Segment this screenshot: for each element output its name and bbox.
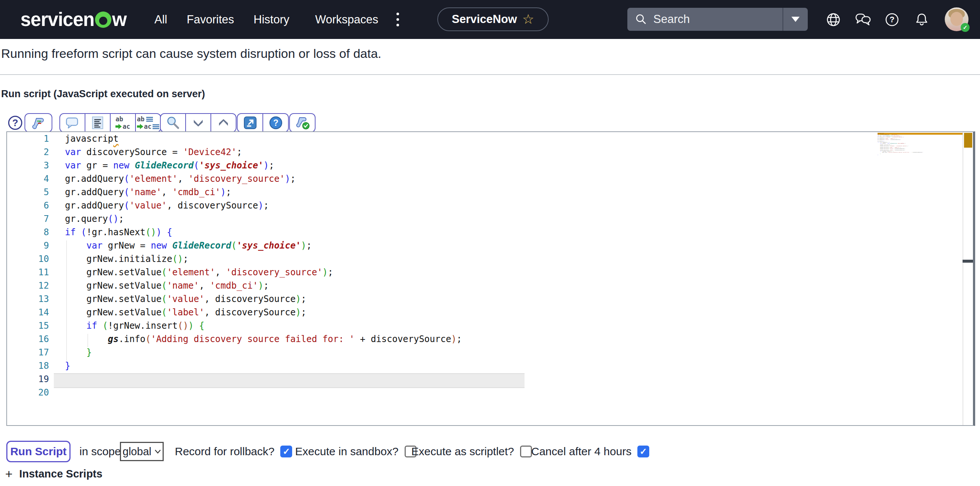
record-for-rollback-checkbox[interactable]: ✓ xyxy=(280,446,292,457)
line-number: 7 xyxy=(7,214,49,227)
record-for-rollback-label: Record for rollback? xyxy=(175,445,274,458)
find-previous-button[interactable] xyxy=(210,114,236,132)
run-script-button[interactable]: Run Script xyxy=(6,441,70,462)
field-help-icon[interactable]: ? xyxy=(8,116,22,130)
freeform-script-warning: Running freeform script can cause system… xyxy=(1,46,381,61)
current-page-pill[interactable]: ServiceNow ☆ xyxy=(437,8,549,31)
code-line[interactable]: javascript xyxy=(65,133,462,147)
code-line[interactable] xyxy=(65,374,462,387)
line-number: 1 xyxy=(7,133,49,147)
code-line[interactable]: gr.addQuery('value', discoverySource); xyxy=(65,200,462,214)
code-content[interactable]: javascriptvar discoverySource = 'Device4… xyxy=(65,133,462,401)
code-line[interactable]: if (!grNew.insert()) { xyxy=(65,321,462,334)
code-line[interactable]: gr.query(); xyxy=(65,214,462,227)
code-line[interactable]: var gr = new GlideRecord('sys_choice'); xyxy=(65,160,462,174)
scrollbar-thumb[interactable] xyxy=(964,133,972,148)
line-number: 16 xyxy=(7,334,49,347)
search-input[interactable] xyxy=(652,12,776,26)
code-line[interactable]: grNew.setValue('value', discoverySource)… xyxy=(65,294,462,307)
open-in-new-window-button[interactable] xyxy=(237,114,262,132)
nav-link-favorites[interactable]: Favorites xyxy=(187,0,234,39)
editor-scrollbar[interactable] xyxy=(963,132,973,425)
divider xyxy=(0,74,980,75)
find-button[interactable] xyxy=(161,114,185,132)
instance-scripts-label: Instance Scripts xyxy=(19,468,102,480)
replace-all-ab-ac-icon: ab ac xyxy=(137,115,159,130)
scope-select[interactable]: global xyxy=(120,442,164,461)
nav-link-all[interactable]: All xyxy=(154,0,167,39)
toggle-syntax-editor-button[interactable] xyxy=(25,114,52,132)
line-number: 11 xyxy=(7,267,49,281)
line-number: 6 xyxy=(7,200,49,214)
more-menu-kebab-icon[interactable] xyxy=(396,0,399,39)
code-line[interactable]: grNew.setValue('name', 'cmdb_ci'); xyxy=(65,281,462,294)
replace-ab-ac-icon: ab ac xyxy=(115,115,130,130)
line-number: 9 xyxy=(7,240,49,254)
script-code-editor[interactable]: 1234567891011121314151617181920 javascri… xyxy=(6,131,975,426)
line-number: 2 xyxy=(7,147,49,160)
minimap[interactable]: javascriptvar discoverySource = 'Device4… xyxy=(878,133,963,163)
line-number: 13 xyxy=(7,294,49,307)
pop-out-icon xyxy=(243,116,257,129)
code-line[interactable]: } xyxy=(65,347,462,361)
code-line[interactable]: gs.info('Adding discovery source failed … xyxy=(65,334,462,347)
toolbar-group-window: ? xyxy=(237,113,289,132)
code-line[interactable] xyxy=(65,387,462,401)
replace-all-button[interactable]: ab ac xyxy=(135,114,161,132)
chevron-down-icon xyxy=(154,449,161,454)
status-available-badge: ✓ xyxy=(961,23,970,32)
logo-o-mark-icon xyxy=(95,11,111,28)
chevron-down-icon xyxy=(192,119,204,127)
servicenow-logo[interactable]: servicenw xyxy=(21,0,127,39)
execute-as-scriptlet-checkbox[interactable]: ✓ xyxy=(520,446,532,457)
code-line[interactable]: grNew.setValue('label', discoverySource)… xyxy=(65,307,462,321)
code-line[interactable]: var discoverySource = 'Device42'; xyxy=(65,147,462,160)
favorite-star-icon[interactable]: ☆ xyxy=(522,11,534,27)
toolbar-group-edit: ab ac ab ac xyxy=(59,113,161,132)
search-icon xyxy=(635,13,648,25)
help-filled-icon: ? xyxy=(269,116,283,130)
chevron-up-icon xyxy=(218,119,229,127)
global-search[interactable] xyxy=(627,8,808,31)
scope-select-value: global xyxy=(123,446,151,458)
logo-text-post: w xyxy=(112,8,127,30)
top-nav: servicenw All Favorites History Workspac… xyxy=(0,0,980,39)
check-syntax-button[interactable] xyxy=(290,114,315,132)
minimap-line xyxy=(878,157,887,158)
find-next-button[interactable] xyxy=(185,114,210,132)
run-script-heading: Run script (JavaScript executed on serve… xyxy=(1,88,205,100)
format-document-icon xyxy=(91,116,104,129)
code-line[interactable]: gr.addQuery('element', 'discovery_source… xyxy=(65,174,462,187)
instance-scripts-toggle[interactable]: + Instance Scripts xyxy=(5,465,102,482)
in-scope-label: in scope xyxy=(80,441,121,462)
script-scroll-icon xyxy=(31,115,46,130)
line-number-gutter: 1234567891011121314151617181920 xyxy=(7,133,49,401)
toggle-comment-button[interactable] xyxy=(60,114,84,132)
search-scope-dropdown[interactable] xyxy=(783,8,808,31)
code-line[interactable]: if (!gr.hasNext()) { xyxy=(65,227,462,240)
code-line[interactable]: grNew.setValue('element', 'discovery_sou… xyxy=(65,267,462,281)
line-number: 3 xyxy=(7,160,49,174)
expand-plus-icon: + xyxy=(5,467,13,481)
code-line[interactable]: grNew.initialize(); xyxy=(65,254,462,267)
bell-icon[interactable] xyxy=(913,0,930,39)
code-line[interactable]: gr.addQuery('name', 'cmdb_ci'); xyxy=(65,187,462,200)
line-number: 12 xyxy=(7,281,49,294)
nav-link-workspaces[interactable]: Workspaces xyxy=(315,0,378,39)
editor-help-button[interactable]: ? xyxy=(262,114,288,132)
toolbar-group-find xyxy=(160,113,237,132)
help-icon[interactable]: ? xyxy=(883,0,900,39)
chat-icon[interactable] xyxy=(854,0,872,39)
execute-in-sandbox-group: Execute in sandbox? ✓ xyxy=(295,441,417,462)
execute-as-scriptlet-group: Execute as scriptlet? ✓ xyxy=(411,441,532,462)
svg-text:?: ? xyxy=(889,15,894,24)
globe-icon[interactable] xyxy=(825,0,842,39)
cancel-after-4-hours-label: Cancel after 4 hours xyxy=(531,445,632,458)
nav-link-history[interactable]: History xyxy=(253,0,289,39)
replace-button[interactable]: ab ac xyxy=(110,114,135,132)
code-line[interactable]: } xyxy=(65,361,462,374)
line-number: 14 xyxy=(7,307,49,321)
cancel-after-4-hours-checkbox[interactable]: ✓ xyxy=(637,446,649,457)
code-line[interactable]: var grNew = new GlideRecord('sys_choice'… xyxy=(65,240,462,254)
format-code-button[interactable] xyxy=(84,114,110,132)
